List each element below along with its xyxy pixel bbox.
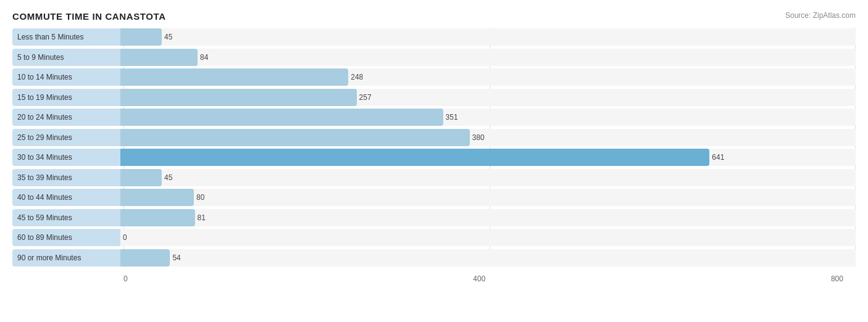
bar-value: 81 (198, 213, 206, 222)
bar-label: 35 to 39 Minutes (12, 169, 120, 186)
bar-track: 248 (120, 68, 856, 86)
bar-label: 40 to 44 Minutes (12, 189, 120, 206)
x-label-800: 800 (831, 275, 843, 283)
bar-fill: 248 (120, 68, 348, 86)
bar-value: 54 (172, 254, 180, 262)
bar-track: 0 (120, 229, 856, 246)
bar-value: 84 (200, 53, 208, 62)
bar-row: 30 to 34 Minutes641 (12, 148, 856, 167)
chart-container: COMMUTE TIME IN CANASTOTA Source: ZipAtl… (0, 0, 868, 322)
bar-track: 80 (120, 189, 856, 206)
bar-row: 25 to 29 Minutes380 (12, 128, 856, 147)
bar-row: Less than 5 Minutes45 (12, 28, 856, 46)
bar-value: 351 (446, 113, 458, 122)
bar-track: 45 (120, 169, 856, 186)
bar-track: 380 (120, 129, 856, 146)
bar-value: 45 (164, 33, 172, 41)
bar-track: 641 (120, 149, 856, 166)
bar-fill: 380 (120, 129, 470, 146)
bars-container: Less than 5 Minutes455 to 9 Minutes8410 … (12, 28, 856, 267)
bar-value: 0 (123, 233, 127, 242)
chart-title: COMMUTE TIME IN CANASTOTA (12, 11, 856, 22)
bar-value: 80 (196, 193, 204, 202)
bar-fill: 80 (120, 189, 194, 206)
bar-fill: 641 (120, 149, 709, 166)
x-axis-labels: 0 400 800 (123, 275, 856, 283)
bar-fill: 45 (120, 169, 162, 186)
bar-fill: 84 (120, 49, 198, 66)
bar-fill: 54 (120, 249, 170, 266)
bar-label: 20 to 24 Minutes (12, 109, 120, 126)
bar-value: 641 (712, 153, 724, 162)
chart-area: Less than 5 Minutes455 to 9 Minutes8410 … (12, 28, 856, 283)
source-label: Source: ZipAtlas.com (785, 11, 856, 20)
x-label-400: 400 (473, 275, 485, 283)
bar-row: 10 to 14 Minutes248 (12, 68, 856, 86)
bar-label: 30 to 34 Minutes (12, 149, 120, 166)
bar-label: 25 to 29 Minutes (12, 129, 120, 146)
bar-fill: 81 (120, 209, 195, 226)
bar-row: 60 to 89 Minutes0 (12, 228, 856, 247)
bar-track: 351 (120, 109, 856, 126)
bar-label: 45 to 59 Minutes (12, 209, 120, 226)
x-label-0: 0 (123, 275, 128, 283)
bar-row: 35 to 39 Minutes45 (12, 168, 856, 187)
bar-value: 45 (164, 173, 172, 182)
bar-row: 90 or more Minutes54 (12, 249, 856, 267)
bar-fill: 351 (120, 109, 443, 126)
bar-fill: 45 (120, 28, 162, 46)
bar-row: 20 to 24 Minutes351 (12, 108, 856, 126)
bar-row: 5 to 9 Minutes84 (12, 48, 856, 67)
bar-track: 45 (120, 28, 856, 46)
bar-row: 40 to 44 Minutes80 (12, 188, 856, 207)
bar-label: 60 to 89 Minutes (12, 229, 120, 246)
bar-track: 84 (120, 49, 856, 66)
bar-value: 257 (359, 93, 372, 102)
bar-fill: 257 (120, 89, 357, 106)
bar-value: 380 (472, 133, 485, 142)
bar-value: 248 (351, 73, 363, 81)
bar-label: 90 or more Minutes (12, 249, 120, 266)
bar-label: Less than 5 Minutes (12, 28, 120, 46)
bar-row: 45 to 59 Minutes81 (12, 208, 856, 227)
bar-label: 5 to 9 Minutes (12, 49, 120, 66)
bar-label: 15 to 19 Minutes (12, 89, 120, 106)
bar-track: 54 (120, 249, 856, 266)
bar-track: 257 (120, 89, 856, 106)
bar-row: 15 to 19 Minutes257 (12, 88, 856, 107)
bar-track: 81 (120, 209, 856, 226)
bar-label: 10 to 14 Minutes (12, 68, 120, 86)
